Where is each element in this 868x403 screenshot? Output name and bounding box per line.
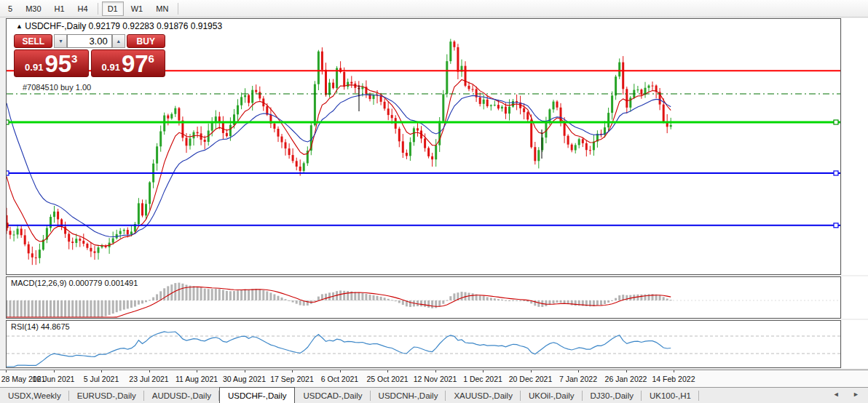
sell-button[interactable]: SELL xyxy=(14,34,52,48)
chart-tab-audusd-daily[interactable]: AUDUSD-,Daily xyxy=(144,388,219,403)
date-tick-mark xyxy=(197,370,197,372)
date-label: 17 Sep 2021 xyxy=(270,375,314,383)
rsi-label: RSI(14) 44.8675 xyxy=(11,322,70,331)
date-label: 20 Dec 2021 xyxy=(509,375,553,383)
sell-price-box[interactable]: 0.91 95 3 xyxy=(14,49,89,77)
buy-price-box[interactable]: 0.91 97 6 xyxy=(91,49,166,77)
symbol-label: USDCHF-,Daily xyxy=(25,21,86,31)
chart-title: ▲ USDCHF-,Daily 0.92179 0.92283 0.91876 … xyxy=(16,21,222,31)
date-tick-mark xyxy=(292,370,293,372)
date-label: 16 Jun 2021 xyxy=(33,375,75,383)
buy-price-prefix: 0.91 xyxy=(102,60,120,75)
date-label: 7 Jan 2022 xyxy=(559,375,597,383)
macd-label: MACD(12,26,9) 0.000779 0.001491 xyxy=(11,279,138,287)
buy-button[interactable]: BUY xyxy=(127,34,165,48)
date-label: 1 Dec 2021 xyxy=(463,375,502,383)
timeframe-bar: 5M30H1H4D1W1MN xyxy=(1,1,181,16)
date-label: 26 Jan 2022 xyxy=(605,375,647,383)
date-label: 30 Aug 2021 xyxy=(223,375,266,383)
timeframe-button-D1[interactable]: D1 xyxy=(102,1,124,16)
chart-window: ▲ USDCHF-,Daily 0.92179 0.92283 0.91876 … xyxy=(0,18,868,403)
date-axis[interactable]: 28 May 202116 Jun 20215 Jul 202123 Jul 2… xyxy=(0,370,868,388)
chart-tab-xauusd-daily[interactable]: XAUUSD-,Daily xyxy=(446,388,521,403)
chart-tab-usdcnh-daily[interactable]: USDCNH-,Daily xyxy=(371,388,446,403)
collapse-arrow-icon[interactable]: ▲ xyxy=(16,23,23,30)
date-tick-mark xyxy=(387,370,388,372)
timeframe-button-H4[interactable]: H4 xyxy=(72,1,94,16)
volume-increase-button[interactable]: ▲ xyxy=(112,34,125,48)
price-chart-pane[interactable]: ▲ USDCHF-,Daily 0.92179 0.92283 0.91876 … xyxy=(6,18,841,275)
date-tick-mark xyxy=(674,370,674,372)
buy-price-pip: 6 xyxy=(149,52,154,65)
open-position-label: #7084510 buy 1.00 xyxy=(23,83,91,92)
tab-scroll-arrows[interactable]: ◄ ► xyxy=(833,391,865,398)
rsi-chart xyxy=(7,321,840,367)
ohlc-values: 0.92179 0.92283 0.91876 0.91953 xyxy=(89,21,223,31)
date-tick-mark xyxy=(6,370,7,372)
date-tick-mark xyxy=(149,370,150,372)
date-tick-mark xyxy=(531,370,532,372)
timeframe-toolbar: 5M30H1H4D1W1MN xyxy=(0,0,868,17)
date-label: 23 Jul 2021 xyxy=(129,375,168,383)
timeframe-button-M30[interactable]: M30 xyxy=(20,1,47,16)
date-tick-mark xyxy=(245,370,245,372)
date-tick-mark xyxy=(483,370,484,372)
timeframe-button-MN[interactable]: MN xyxy=(150,1,174,16)
chart-tab-usdx-weekly[interactable]: USDX,Weekly xyxy=(0,388,69,403)
chart-tab-bar: USDX,WeeklyEURUSD-,DailyAUDUSD-,DailyUSD… xyxy=(0,387,868,403)
sell-price-pip: 3 xyxy=(71,52,77,65)
chart-tab-dj30-daily[interactable]: DJ30-,Daily xyxy=(583,388,642,403)
date-label: 6 Oct 2021 xyxy=(321,375,358,383)
chart-tab-usdcad-daily[interactable]: USDCAD-,Daily xyxy=(295,388,370,403)
timeframe-button-H1[interactable]: H1 xyxy=(49,1,71,16)
date-tick-mark xyxy=(626,370,627,372)
date-label: 25 Oct 2021 xyxy=(366,375,408,383)
date-label: 11 Aug 2021 xyxy=(175,375,218,383)
date-tick-mark xyxy=(340,370,341,372)
volume-input[interactable]: 3.00 xyxy=(67,34,111,48)
timeframe-button-W1[interactable]: W1 xyxy=(125,1,149,16)
one-click-trading-widget: SELL ▼ 3.00 ▲ BUY 0.91 95 3 0.91 97 6 xyxy=(14,34,165,77)
date-tick-mark xyxy=(435,370,436,372)
rsi-pane[interactable]: RSI(14) 44.8675 xyxy=(6,320,841,368)
date-label: 5 Jul 2021 xyxy=(84,375,119,383)
sell-price-big: 95 xyxy=(44,53,71,75)
chart-tab-eurusd-daily[interactable]: EURUSD-,Daily xyxy=(69,388,144,403)
timeframe-button-5[interactable]: 5 xyxy=(2,1,18,16)
date-tick-mark xyxy=(101,370,102,372)
volume-decrease-button[interactable]: ▼ xyxy=(54,34,67,48)
price-axis: 0.937400.932900.928300.923700.919100.914… xyxy=(842,18,868,275)
chart-tab-usdchf-daily[interactable]: USDCHF-,Daily xyxy=(219,387,296,403)
macd-pane[interactable]: MACD(12,26,9) 0.000779 0.001491 xyxy=(6,276,841,319)
toolbar-separator xyxy=(98,3,98,15)
rsi-axis: 10070300 xyxy=(842,320,868,368)
buy-price-big: 97 xyxy=(122,53,149,75)
date-tick-mark xyxy=(578,370,579,372)
chart-tab-ukoil-daily[interactable]: UKOil-,Daily xyxy=(521,388,583,403)
chart-tab-uk100-h1[interactable]: UK100-,H1 xyxy=(642,388,699,403)
macd-axis: 0.0060340.00-0.005158 xyxy=(842,276,868,319)
toolbar-separator xyxy=(178,3,178,15)
date-tick-mark xyxy=(54,370,55,372)
sell-price-prefix: 0.91 xyxy=(25,60,43,75)
date-label: 12 Nov 2021 xyxy=(414,375,457,383)
date-label: 14 Feb 2022 xyxy=(652,375,695,383)
